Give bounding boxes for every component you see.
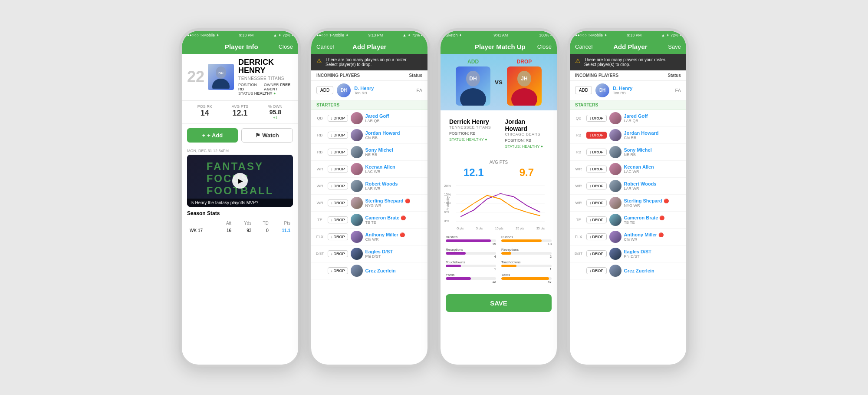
avg-pts-section: AVG PTS 12.1 9.7 bbox=[441, 156, 557, 182]
time-label: 9:13 PM bbox=[368, 33, 383, 37]
player-card-right: Jordan Howard CHICAGO BEARS POSITION: RB… bbox=[503, 118, 549, 149]
chart-x-labels: -5 pts5 pts15 pts25 pts35 pts bbox=[456, 227, 545, 230]
te-team: TB TE bbox=[624, 220, 683, 225]
pos-rank-stat: POS RK 14 bbox=[187, 104, 222, 120]
nav-title: Add Player bbox=[613, 43, 647, 50]
action-buttons: + + Add ⚑ Watch bbox=[182, 124, 298, 147]
carrier-label: ●●○○○ T-Mobile ✦ bbox=[187, 33, 220, 37]
pos-dst: D/ST bbox=[573, 252, 584, 256]
k-info: Grez Zuerlein bbox=[624, 268, 683, 273]
svg-text:JH: JH bbox=[521, 76, 527, 82]
drop-rb1-button[interactable]: ↓ DROP bbox=[328, 132, 348, 139]
close-button[interactable]: Close bbox=[279, 43, 293, 50]
starters-header: STARTERS bbox=[570, 100, 686, 110]
drop-rb2-button[interactable]: ↓ DROP bbox=[328, 149, 348, 156]
save-nav-button[interactable]: Save bbox=[668, 43, 681, 50]
qb-team: LAR QB bbox=[365, 119, 424, 123]
video-section[interactable]: FANTASYFOCUSFOOTBALL ▶ Is Henry the fant… bbox=[187, 155, 293, 207]
roster-row-flx: FLX ↓ DROP Anthony Miller 🔴 Chi WR bbox=[311, 229, 427, 246]
battery-label: ▲ ✦ 72% ▪ bbox=[273, 33, 293, 37]
watch-button[interactable]: ⚑ Watch bbox=[241, 128, 293, 143]
nav-title: Add Player bbox=[352, 43, 386, 50]
roster-row-wr3: WR ↓ DROP Sterling Shepard 🔴 NYG WR bbox=[311, 195, 427, 212]
drop-rb2-button[interactable]: ↓ DROP bbox=[586, 149, 607, 156]
wr2-info: Robert Woods LAR WR bbox=[624, 181, 683, 191]
qb-info: Jared Goff LAR QB bbox=[624, 113, 683, 123]
drop-wr1-button[interactable]: ↓ DROP bbox=[586, 166, 607, 173]
drop-qb-button[interactable]: ↓ DROP bbox=[328, 115, 348, 122]
roster-row-wr3: WR ↓ DROP Sterling Shepard 🔴 NYG WR bbox=[570, 195, 686, 212]
screen4-status-bar: ●●○○○ T-Mobile ✦ 9:13 PM ▲ ✦ 72% ▪ bbox=[570, 31, 686, 40]
battery-label: ▲ ✦ 72% ▪ bbox=[402, 33, 422, 37]
incoming-player-row: ADD DH D. Henry Ten RB FA bbox=[570, 81, 686, 100]
drop-dst-button[interactable]: ↓ DROP bbox=[586, 250, 607, 257]
wr1-team: LAC WR bbox=[624, 169, 683, 174]
stat-td: 0 bbox=[254, 227, 270, 234]
drop-flx-button[interactable]: ↓ DROP bbox=[586, 233, 607, 240]
rb1-team: Chi RB bbox=[624, 136, 683, 140]
drop-flx-button[interactable]: ↓ DROP bbox=[328, 233, 348, 240]
vs-label: vs bbox=[495, 78, 503, 86]
pos-rb1: RB bbox=[315, 133, 325, 137]
wr2-name: Robert Woods bbox=[624, 181, 683, 186]
cancel-button[interactable]: Cancel bbox=[575, 43, 592, 50]
drop-k-button[interactable]: ↓ DROP bbox=[328, 267, 348, 274]
watch-label: Watch bbox=[262, 132, 279, 139]
play-button[interactable]: ▶ bbox=[232, 173, 248, 189]
wr1-info: Keenan Allen LAC WR bbox=[365, 164, 424, 174]
receptions-bar-left: Receptions 4 bbox=[446, 248, 496, 259]
player-number: 22 bbox=[187, 68, 204, 86]
pct-own-value: 95.8 bbox=[258, 109, 293, 116]
screen1-nav-bar: Player Info Close bbox=[182, 40, 298, 54]
rb2-photo bbox=[609, 146, 621, 158]
wr3-team: NYG WR bbox=[624, 203, 683, 208]
wr3-info: Sterling Shepard 🔴 NYG WR bbox=[365, 198, 424, 208]
warning-main: There are too many players on your roste… bbox=[584, 57, 666, 62]
drop-wr3-button[interactable]: ↓ DROP bbox=[586, 199, 607, 206]
drop-wr1-button[interactable]: ↓ DROP bbox=[328, 166, 348, 173]
player-photo: DH bbox=[208, 64, 234, 90]
roster-row-k: ↓ DROP Grez Zuerlein bbox=[570, 262, 686, 279]
battery-label: ▲ ✦ 72% ▪ bbox=[661, 33, 681, 37]
roster-row-k: ↓ DROP Grez Zuerlein bbox=[311, 262, 427, 279]
drop-dst-button[interactable]: ↓ DROP bbox=[328, 250, 348, 257]
incoming-label: INCOMING PLAYERS bbox=[575, 73, 618, 78]
drop-wr2-button[interactable]: ↓ DROP bbox=[328, 183, 348, 189]
player-team: TENNESSEE TITANS bbox=[238, 76, 293, 81]
drop-te-button[interactable]: ↓ DROP bbox=[586, 216, 607, 223]
save-button[interactable]: SAVE bbox=[446, 294, 552, 312]
plus-icon: + bbox=[202, 132, 206, 139]
col-week bbox=[188, 220, 217, 226]
incoming-add-button[interactable]: ADD bbox=[316, 86, 333, 94]
dst-photo bbox=[351, 248, 363, 260]
pos-rb2: RB bbox=[573, 150, 584, 154]
drop-qb-button[interactable]: ↓ DROP bbox=[586, 115, 607, 122]
drop-wr2-button[interactable]: ↓ DROP bbox=[586, 183, 607, 189]
time-label: 9:41 AM bbox=[493, 33, 508, 37]
drop-rb1-button[interactable]: ↓ DROP bbox=[586, 132, 607, 139]
dst-info: Eagles D/ST Phi D/ST bbox=[624, 249, 683, 259]
avg-pts-left: 12.1 bbox=[464, 166, 484, 179]
drop-k-button[interactable]: ↓ DROP bbox=[586, 267, 607, 274]
pos-flx: FLX bbox=[573, 235, 584, 239]
warning-text: There are too many players on your roste… bbox=[326, 57, 408, 67]
flx-name: Anthony Miller 🔴 bbox=[624, 232, 683, 237]
warning-text: There are too many players on your roste… bbox=[584, 57, 666, 67]
warning-sub: Select player(s) to drop. bbox=[326, 62, 408, 67]
flag-icon: ⚑ bbox=[255, 132, 260, 139]
yards-bar-left: Yards 12 bbox=[446, 273, 496, 284]
drop-te-button[interactable]: ↓ DROP bbox=[328, 216, 348, 223]
stats-bars-left: Rushes 19 Receptions 4 Touchdowns 1 Yard… bbox=[446, 235, 496, 285]
right-player-team: CHICAGO BEARS bbox=[505, 132, 549, 136]
te-info: Cameron Brate 🔴 TB TE bbox=[624, 215, 683, 225]
screen3-nav-bar: Player Match Up Close bbox=[441, 40, 557, 54]
time-label: 9:13 PM bbox=[239, 33, 254, 37]
cancel-button[interactable]: Cancel bbox=[316, 43, 334, 50]
incoming-player-row: ADD DH D. Henry Ten RB FA bbox=[311, 81, 427, 100]
wr1-name: Keenan Allen bbox=[624, 164, 683, 169]
wr1-name: Keenan Allen bbox=[365, 164, 424, 169]
drop-wr3-button[interactable]: ↓ DROP bbox=[328, 199, 348, 206]
incoming-add-button[interactable]: ADD bbox=[575, 86, 592, 94]
add-button[interactable]: + + Add bbox=[187, 128, 238, 143]
close-button[interactable]: Close bbox=[537, 43, 552, 50]
